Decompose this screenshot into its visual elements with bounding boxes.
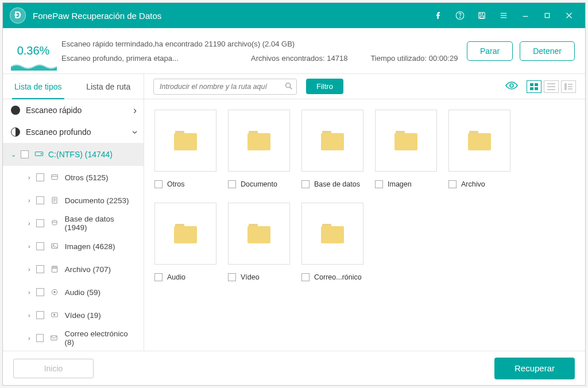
folder-checkbox[interactable] [154,273,163,281]
item-checkbox[interactable] [36,265,44,273]
folder-card[interactable]: Vídeo [228,203,290,285]
status-bar: 0.36% Escaneo rápido termindado,ha encon… [3,28,585,74]
tree-item[interactable]: › Vídeo (19) [3,304,144,327]
folder-label: Vídeo [241,273,260,281]
search-input[interactable] [153,79,297,95]
help-icon[interactable] [451,6,469,25]
list-view-button[interactable] [544,80,559,93]
chevron-right-icon: › [133,104,137,117]
chevron-right-icon: › [28,335,30,342]
svg-point-29 [286,83,291,87]
svg-rect-37 [547,86,555,87]
folder-icon [174,131,197,150]
folder-label: Audio [167,273,185,281]
stop-button[interactable]: Detener [520,41,575,61]
folder-checkbox[interactable] [154,180,163,188]
toolbar: Filtro [144,74,585,99]
folder-checkbox[interactable] [228,180,236,188]
item-checkbox[interactable] [36,219,44,227]
folder-card[interactable]: Imagen [375,110,437,192]
item-checkbox[interactable] [36,242,44,250]
folder-label: Otros [167,180,185,188]
tree-item-label: Vídeo (19) [65,311,101,320]
start-button[interactable]: Inicio [13,359,94,378]
folder-card[interactable]: Audio [154,203,216,285]
folder-label: Imagen [388,180,412,188]
folder-icon [247,131,270,150]
tree-item[interactable]: › Base de datos (1949) [3,212,144,235]
category-icon [50,242,59,250]
grid-view-button[interactable] [527,80,541,93]
folder-card[interactable]: Otros [154,110,216,192]
svg-rect-41 [568,86,572,87]
item-checkbox[interactable] [36,288,44,296]
close-icon[interactable] [560,6,578,25]
svg-rect-38 [547,89,555,90]
tree-item[interactable]: › Archivo (707) [3,258,144,281]
svg-rect-23 [53,267,56,269]
tree-item[interactable]: › Imagen (4628) [3,235,144,258]
folder-thumb [301,110,363,172]
folder-checkbox[interactable] [448,180,457,188]
sidebar: Lista de tipos Lista de ruta Escaneo ráp… [3,74,144,351]
folder-thumb [228,110,290,172]
app-window: Ð FonePaw Recuperación de Datos [2,2,586,386]
folder-icon [174,224,197,243]
drive-row[interactable]: ⌄ C:(NTFS) (14744) [3,143,144,166]
folder-card[interactable]: Archivo [448,110,510,192]
folder-card[interactable]: Base de datos [301,110,363,192]
folder-checkbox[interactable] [228,273,236,281]
category-icon [50,173,59,181]
tree-item-label: Correo electrónico (8) [64,329,138,347]
drive-checkbox[interactable] [21,150,29,158]
tab-types[interactable]: Lista de tipos [3,74,74,99]
svg-rect-35 [535,87,538,90]
filter-button[interactable]: Filtro [306,79,343,94]
category-icon [50,311,59,319]
svg-point-25 [54,292,55,293]
chevron-right-icon: › [28,243,30,250]
maximize-icon[interactable] [538,6,556,25]
tree-item[interactable]: › Correo electrónico (8) [3,327,144,350]
category-icon [50,219,59,227]
folder-card[interactable]: Documento [228,110,290,192]
item-checkbox[interactable] [36,173,44,181]
tree-item-label: Archivo (707) [65,265,111,274]
menu-icon[interactable] [494,6,513,25]
svg-marker-27 [54,314,55,315]
svg-rect-40 [568,84,572,85]
recover-button[interactable]: Recuperar [494,358,575,379]
tree-item-label: Imagen (4628) [65,242,115,251]
svg-rect-36 [547,83,555,84]
svg-line-30 [290,87,292,89]
deep-scan-row[interactable]: Escaneo profundo › [3,121,144,143]
pause-button[interactable]: Parar [467,41,513,61]
tree-item[interactable]: › Audio (59) [3,281,144,304]
tree-item[interactable]: › Documento (2253) [3,189,144,212]
quick-scan-row[interactable]: Escaneo rápido › [3,99,144,121]
svg-rect-2 [479,13,485,19]
folder-card[interactable]: Correo...rónico [301,203,363,285]
tab-path[interactable]: Lista de ruta [74,74,144,99]
chevron-right-icon: › [28,220,30,227]
svg-point-31 [510,84,513,87]
circle-full-icon [11,106,20,115]
folder-thumb [301,203,363,265]
item-checkbox[interactable] [36,334,44,342]
chevron-right-icon: › [28,197,30,204]
tree-item[interactable]: › Otros (5125) [3,166,144,189]
folder-checkbox[interactable] [301,273,310,281]
preview-icon[interactable] [505,81,519,92]
save-icon[interactable] [473,6,491,25]
detail-view-button[interactable] [561,80,576,93]
folder-thumb [154,110,216,172]
item-checkbox[interactable] [36,311,44,319]
minimize-icon[interactable] [516,6,535,25]
tree-item-label: Audio (59) [65,288,100,297]
facebook-icon[interactable] [429,6,447,25]
svg-point-12 [41,153,42,154]
folder-checkbox[interactable] [375,180,383,188]
scan-summary: Escaneo rápido termindado,ha encontrado … [61,40,467,48]
item-checkbox[interactable] [36,196,44,204]
folder-checkbox[interactable] [301,180,310,188]
